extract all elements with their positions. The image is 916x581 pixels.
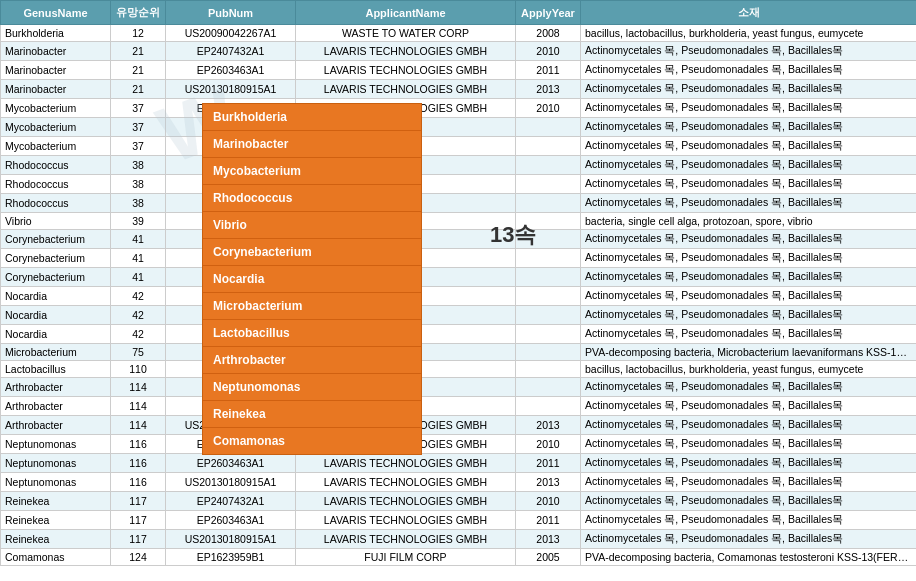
table-cell bbox=[516, 175, 581, 194]
table-cell: EP2407432A1 bbox=[166, 99, 296, 118]
table-cell: Mycobacterium bbox=[1, 137, 111, 156]
table-cell bbox=[296, 306, 516, 325]
table-cell: US... bbox=[166, 194, 296, 213]
table-cell: PVA-decomposing bacteria, Microbacterium… bbox=[581, 344, 917, 361]
table-cell: Neptunomonas bbox=[1, 473, 111, 492]
table-cell: 21 bbox=[111, 42, 166, 61]
table-row: Arthrobacter114US20130180915A1LAVARIS TE… bbox=[1, 416, 917, 435]
header-applicant: ApplicantName bbox=[296, 1, 516, 25]
table-row: Comamonas124EP1623959B1FUJI FILM CORP200… bbox=[1, 549, 917, 566]
table-cell: LAVARIS TECHNOLOGIES GMBH bbox=[296, 454, 516, 473]
table-cell: US... bbox=[166, 118, 296, 137]
table-cell bbox=[296, 268, 516, 287]
table-row: Microbacterium75PVA-decomposing bacteria… bbox=[1, 344, 917, 361]
table-cell: EP2407432A1 bbox=[166, 435, 296, 454]
table-row: Marinobacter21EP2603463A1LAVARIS TECHNOL… bbox=[1, 61, 917, 80]
table-cell: US... bbox=[166, 268, 296, 287]
table-cell: Actinomycetales 목, Pseudomonadales 목, Ba… bbox=[581, 492, 917, 511]
table-cell: Rhodococcus bbox=[1, 156, 111, 175]
table-cell: Marinobacter bbox=[1, 42, 111, 61]
table-cell: Actinomycetales 목, Pseudomonadales 목, Ba… bbox=[581, 137, 917, 156]
table-cell: 110 bbox=[111, 361, 166, 378]
table-cell: Marinobacter bbox=[1, 80, 111, 99]
table-row: Neptunomonas116EP2603463A1LAVARIS TECHNO… bbox=[1, 454, 917, 473]
table-row: Marinobacter21EP2407432A1LAVARIS TECHNOL… bbox=[1, 42, 917, 61]
table-cell: Burkholderia bbox=[1, 25, 111, 42]
table-cell: Comamonas bbox=[1, 549, 111, 566]
table-cell: LAVARIS TECHNOLOGIES GMBH bbox=[296, 530, 516, 549]
table-cell: Actinomycetales 목, Pseudomonadales 목, Ba… bbox=[581, 268, 917, 287]
table-row: Arthrobacter114Actinomycetales 목, Pseudo… bbox=[1, 397, 917, 416]
table-cell bbox=[516, 230, 581, 249]
table-cell: Reinekea bbox=[1, 530, 111, 549]
header-rank: 유망순위 bbox=[111, 1, 166, 25]
table-cell bbox=[166, 397, 296, 416]
table-cell: EP2603463A1 bbox=[166, 61, 296, 80]
table-cell: Actinomycetales 목, Pseudomonadales 목, Ba… bbox=[581, 61, 917, 80]
table-cell: 42 bbox=[111, 325, 166, 344]
table-row: Arthrobacter114Actinomycetales 목, Pseudo… bbox=[1, 378, 917, 397]
table-cell: 75 bbox=[111, 344, 166, 361]
table-cell: bacteria, single cell alga, protozoan, s… bbox=[581, 213, 917, 230]
table-cell bbox=[296, 378, 516, 397]
table-cell: Neptunomonas bbox=[1, 454, 111, 473]
table-cell: 2013 bbox=[516, 473, 581, 492]
table-cell bbox=[296, 137, 516, 156]
table-row: Neptunomonas116EP2407432A1LAVARIS TECHNO… bbox=[1, 435, 917, 454]
table-cell: US... bbox=[166, 361, 296, 378]
table-cell: Mycobacterium bbox=[1, 99, 111, 118]
table-row: Vibrio39bacteria, single cell alga, prot… bbox=[1, 213, 917, 230]
table-cell: Actinomycetales 목, Pseudomonadales 목, Ba… bbox=[581, 99, 917, 118]
table-cell bbox=[296, 397, 516, 416]
table-cell: bacillus, lactobacillus, burkholderia, y… bbox=[581, 25, 917, 42]
table-cell: bacillus, lactobacillus, burkholderia, y… bbox=[581, 361, 917, 378]
table-cell: LAVARIS TECHNOLOGIES GMBH bbox=[296, 435, 516, 454]
table-cell: 2010 bbox=[516, 42, 581, 61]
table-cell: Actinomycetales 목, Pseudomonadales 목, Ba… bbox=[581, 287, 917, 306]
table-row: Reinekea117EP2603463A1LAVARIS TECHNOLOGI… bbox=[1, 511, 917, 530]
table-cell: 116 bbox=[111, 473, 166, 492]
table-cell: 21 bbox=[111, 80, 166, 99]
table-cell: Actinomycetales 목, Pseudomonadales 목, Ba… bbox=[581, 306, 917, 325]
main-table: GenusName 유망순위 PubNum ApplicantName Appl… bbox=[0, 0, 916, 566]
table-cell: 116 bbox=[111, 435, 166, 454]
table-cell bbox=[296, 156, 516, 175]
table-cell: 38 bbox=[111, 194, 166, 213]
table-cell: LAVARIS TECHNOLOGIES GMBH bbox=[296, 61, 516, 80]
table-cell bbox=[516, 344, 581, 361]
table-row: Corynebacterium41US...Actinomycetales 목,… bbox=[1, 268, 917, 287]
table-cell bbox=[516, 397, 581, 416]
table-cell: Rhodococcus bbox=[1, 194, 111, 213]
table-cell: 37 bbox=[111, 99, 166, 118]
table-cell: EP2603463A1 bbox=[166, 511, 296, 530]
table-cell: Vibrio bbox=[1, 213, 111, 230]
header-genus: GenusName bbox=[1, 1, 111, 25]
table-row: Rhodococcus38Actinomycetales 목, Pseudomo… bbox=[1, 156, 917, 175]
table-cell: LAVARIS TECHNOLOGIES GMBH bbox=[296, 511, 516, 530]
table-cell: WASTE TO WATER CORP bbox=[296, 25, 516, 42]
table-cell: Actinomycetales 목, Pseudomonadales 목, Ba… bbox=[581, 42, 917, 61]
table-cell bbox=[296, 361, 516, 378]
table-cell: Actinomycetales 목, Pseudomonadales 목, Ba… bbox=[581, 325, 917, 344]
table-cell bbox=[516, 194, 581, 213]
table-cell: Actinomycetales 목, Pseudomonadales 목, Ba… bbox=[581, 249, 917, 268]
table-cell: Actinomycetales 목, Pseudomonadales 목, Ba… bbox=[581, 511, 917, 530]
table-body: Burkholderia12US20090042267A1WASTE TO WA… bbox=[1, 25, 917, 566]
table-cell: 2011 bbox=[516, 454, 581, 473]
table-row: Neptunomonas116US20130180915A1LAVARIS TE… bbox=[1, 473, 917, 492]
table-cell: Actinomycetales 목, Pseudomonadales 목, Ba… bbox=[581, 416, 917, 435]
table-cell: US20090042267A1 bbox=[166, 25, 296, 42]
table-cell: 42 bbox=[111, 287, 166, 306]
table-cell: 12 bbox=[111, 25, 166, 42]
table-cell: 41 bbox=[111, 249, 166, 268]
table-cell: 2013 bbox=[516, 530, 581, 549]
table-row: Corynebacterium41Actinomycetales 목, Pseu… bbox=[1, 230, 917, 249]
table-cell bbox=[516, 325, 581, 344]
table-cell: Corynebacterium bbox=[1, 249, 111, 268]
table-cell: 117 bbox=[111, 530, 166, 549]
table-cell bbox=[166, 230, 296, 249]
table-cell: Actinomycetales 목, Pseudomonadales 목, Ba… bbox=[581, 80, 917, 99]
table-cell: 42 bbox=[111, 306, 166, 325]
table-cell: EP2407432A1 bbox=[166, 42, 296, 61]
header-source: 소재 bbox=[581, 1, 917, 25]
